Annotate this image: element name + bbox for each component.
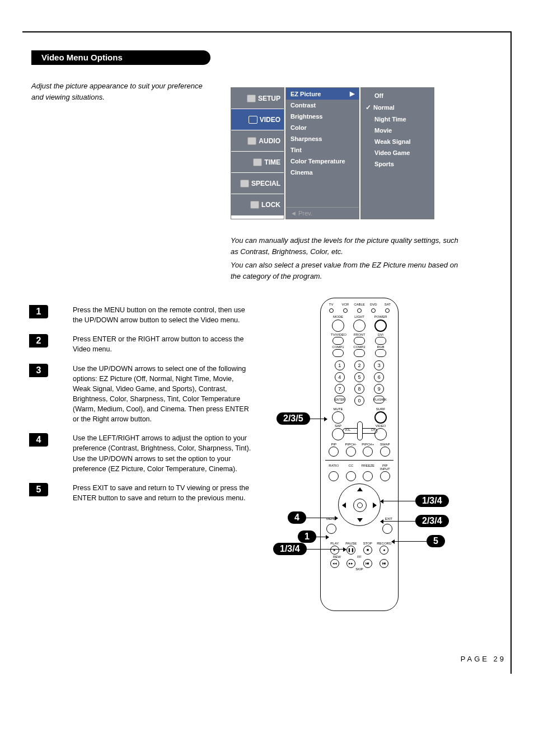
step-badge: 4 xyxy=(29,433,48,447)
ratio-button[interactable] xyxy=(329,471,339,481)
preset-videogame: Video Game xyxy=(361,147,434,158)
num-9[interactable]: 9 xyxy=(374,384,384,394)
nav-ring[interactable] xyxy=(338,483,381,526)
cat-label: TIME xyxy=(264,158,280,166)
left-arrow-icon xyxy=(342,503,346,508)
skip-back-button[interactable]: ⏮ xyxy=(363,559,372,568)
opt-tint: Tint xyxy=(286,144,359,156)
comp2-button[interactable] xyxy=(354,349,365,357)
opt-color: Color xyxy=(286,122,359,133)
mode-led xyxy=(357,308,362,313)
skip-fwd-button[interactable]: ⏭ xyxy=(380,559,388,568)
rgb-button[interactable] xyxy=(375,349,386,357)
flashbk-button[interactable]: FLASHBK xyxy=(373,396,385,403)
video-icon xyxy=(249,116,257,124)
cat-label: AUDIO xyxy=(259,137,280,145)
front-button[interactable] xyxy=(354,337,365,345)
up-arrow-icon xyxy=(357,487,363,491)
right-arrow-icon xyxy=(373,503,377,508)
num-4[interactable]: 4 xyxy=(335,372,345,382)
num-2[interactable]: 2 xyxy=(354,360,364,370)
preset-movie: Movie xyxy=(361,125,434,136)
page-number: PAGE 29 xyxy=(461,655,506,663)
callout-234: 2/3/4 xyxy=(381,515,449,527)
callout-badge: 2/3/4 xyxy=(415,515,449,527)
arrow-icon: ▶ xyxy=(350,90,354,97)
body-p1: You can manually adjust the levels for t… xyxy=(231,235,466,257)
sap-button[interactable] xyxy=(332,428,344,440)
cat-setup: SETUP xyxy=(231,88,284,109)
mode-led xyxy=(385,308,390,313)
num-5[interactable]: 5 xyxy=(354,372,364,382)
light-button[interactable] xyxy=(353,320,366,332)
step-text: Press the MENU button on the remote cont… xyxy=(73,305,252,325)
time-icon xyxy=(253,158,262,166)
body-p2: You can also select a preset value from … xyxy=(231,260,466,281)
pause-button[interactable]: ❚❚ xyxy=(346,546,355,555)
mode-labels: TVVCRCABLEDVDSAT xyxy=(324,303,395,306)
pipch-plus[interactable] xyxy=(363,447,373,457)
preset-weaksignal: Weak Signal xyxy=(361,136,434,147)
callout-134-left: 1/3/4 xyxy=(273,543,346,555)
opt-contrast: Contrast xyxy=(286,100,359,111)
cat-special: SPECIAL xyxy=(231,173,284,194)
callout-134-right: 1/3/4 xyxy=(381,495,449,507)
stop-button[interactable]: ■ xyxy=(363,546,372,555)
cat-label: SPECIAL xyxy=(251,180,280,187)
step-badge: 2 xyxy=(29,334,48,348)
special-icon xyxy=(240,180,249,187)
mode-button[interactable] xyxy=(332,320,344,332)
tvvideo-button[interactable] xyxy=(332,337,344,345)
freeze-button[interactable] xyxy=(363,471,373,481)
pipinput-button[interactable] xyxy=(380,471,390,481)
step-badge: 3 xyxy=(29,364,48,377)
preset-nighttime: Night Time xyxy=(361,114,434,125)
num-1[interactable]: 1 xyxy=(335,360,345,370)
preset-sports: Sports xyxy=(361,158,434,170)
step-text: Press ENTER or the RIGHT arrow button to… xyxy=(73,334,252,354)
pipch-minus[interactable] xyxy=(346,447,356,457)
down-arrow-icon xyxy=(357,518,363,522)
power-button[interactable] xyxy=(374,320,387,332)
step-4: 4Use the LEFT/RIGHT arrows to adjust the… xyxy=(29,433,253,474)
callout-badge: 1 xyxy=(298,530,316,543)
step-badge: 1 xyxy=(29,305,48,318)
opt-brightness: Brightness xyxy=(286,111,359,122)
cat-lock: LOCK xyxy=(231,194,284,215)
opt-label: EZ Picture xyxy=(291,91,321,97)
num-7[interactable]: 7 xyxy=(335,384,345,394)
cat-label: LOCK xyxy=(261,201,280,209)
pip-button[interactable] xyxy=(329,447,339,457)
nav-center-button[interactable] xyxy=(353,499,367,512)
num-3[interactable]: 3 xyxy=(374,360,384,370)
step-2: 2Press ENTER or the RIGHT arrow button t… xyxy=(29,334,253,354)
comp1-button[interactable] xyxy=(332,349,344,357)
step-text: Use the UP/DOWN arrows to select one of … xyxy=(73,364,252,425)
record-button[interactable]: ● xyxy=(380,546,388,555)
ff-button[interactable]: ▸▸ xyxy=(346,559,355,568)
enter-button[interactable]: ENTER xyxy=(334,396,345,403)
callout-badge: 2/3/5 xyxy=(277,412,310,425)
cc-button[interactable] xyxy=(346,471,356,481)
video-button[interactable] xyxy=(374,428,387,440)
opt-colortemp: Color Temperature xyxy=(286,156,359,167)
num-6[interactable]: 6 xyxy=(374,372,384,382)
preset-off: Off xyxy=(361,90,434,101)
callout-1: 1 xyxy=(298,530,329,543)
opt-ezpicture: EZ Picture▶ xyxy=(286,88,359,100)
callout-badge: 4 xyxy=(288,511,306,524)
step-3: 3Use the UP/DOWN arrows to select one of… xyxy=(29,364,253,425)
callout-badge: 1/3/4 xyxy=(273,543,307,555)
num-8[interactable]: 8 xyxy=(354,384,364,394)
cat-label: VIDEO xyxy=(260,116,280,124)
step-text: Use the LEFT/RIGHT arrows to adjust the … xyxy=(73,433,252,474)
num-0[interactable]: 0 xyxy=(354,396,364,406)
swap-button[interactable] xyxy=(380,447,390,457)
callout-235: 2/3/5 xyxy=(277,412,327,425)
step-5: 5Press EXIT to save and return to TV vie… xyxy=(29,483,253,503)
skip-label: SKIP xyxy=(321,567,398,571)
osd-menu: SETUP VIDEO AUDIO TIME SPECIAL LOCK EZ P… xyxy=(231,87,438,222)
rew-button[interactable]: ◂◂ xyxy=(330,559,339,568)
mode-led xyxy=(343,308,348,313)
dvi-button[interactable] xyxy=(375,337,386,345)
